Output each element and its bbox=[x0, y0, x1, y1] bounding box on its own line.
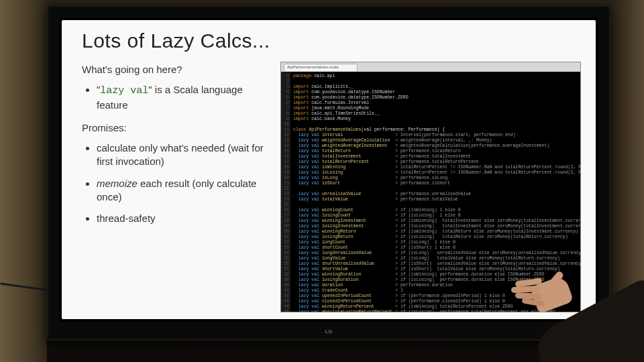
promise-3: thread-safety bbox=[97, 212, 270, 225]
slide-intro: What's going on here? bbox=[82, 63, 270, 76]
promise-2: memoize each result (only calculate once… bbox=[97, 177, 270, 204]
slide-text-column: What's going on here? "lazy val" is a Sc… bbox=[82, 62, 270, 312]
code-editor: 1 2 3 4 5 6 7 8 9 10 11 12 13 14 15 16 1… bbox=[281, 72, 580, 312]
bullet-lazy-val: "lazy val" is a Scala language feature bbox=[97, 83, 270, 112]
editor-tab-bar: ApiPerformanceValues.scala bbox=[281, 62, 580, 72]
tv-brand-logo: LG bbox=[318, 326, 339, 337]
svg-text:LG: LG bbox=[325, 328, 333, 335]
slide-title: Lots of Lazy Calcs... bbox=[82, 29, 581, 52]
code-editor-screenshot: ApiPerformanceValues.scala 1 2 3 4 5 6 7… bbox=[280, 62, 581, 312]
tv-monitor: LG Lots of Lazy Calcs... What's going on… bbox=[47, 5, 610, 341]
promises-heading: Promises: bbox=[82, 121, 270, 135]
editor-tab: ApiPerformanceValues.scala bbox=[284, 64, 358, 71]
memoize-em: memoize bbox=[97, 178, 138, 189]
scene-photo: LG Lots of Lazy Calcs... What's going on… bbox=[0, 0, 644, 362]
presentation-slide: Lots of Lazy Calcs... What's going on he… bbox=[62, 20, 596, 319]
promise-1: calculate only what's needed (wait for f… bbox=[97, 141, 270, 169]
lazy-val-keyword: lazy val bbox=[100, 85, 148, 97]
code-body: package calc.api import calc.Implicits._… bbox=[290, 72, 580, 312]
wall-right bbox=[610, 0, 644, 362]
wall-left bbox=[0, 0, 47, 362]
line-gutter: 1 2 3 4 5 6 7 8 9 10 11 12 13 14 15 16 1… bbox=[281, 72, 290, 312]
